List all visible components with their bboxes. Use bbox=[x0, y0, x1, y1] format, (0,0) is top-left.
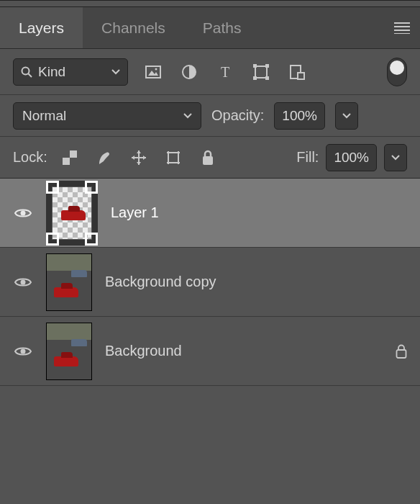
tab-layers[interactable]: Layers bbox=[0, 7, 83, 48]
svg-point-29 bbox=[21, 348, 26, 354]
svg-point-28 bbox=[21, 279, 26, 284]
svg-rect-26 bbox=[203, 156, 213, 165]
chevron-down-icon bbox=[342, 113, 351, 119]
lock-icon bbox=[396, 344, 407, 359]
search-icon bbox=[21, 66, 32, 78]
chevron-down-icon bbox=[111, 69, 120, 75]
layer-lock-indicator[interactable] bbox=[396, 344, 407, 359]
eye-icon bbox=[14, 346, 32, 357]
svg-rect-13 bbox=[265, 64, 269, 68]
svg-rect-15 bbox=[265, 76, 269, 80]
fill-label: Fill: bbox=[296, 149, 319, 166]
tab-channels[interactable]: Channels bbox=[83, 7, 184, 48]
layer-name[interactable]: Background bbox=[105, 343, 182, 359]
tab-paths[interactable]: Paths bbox=[184, 7, 260, 48]
layer-name[interactable]: Background copy bbox=[105, 274, 216, 290]
svg-rect-30 bbox=[397, 350, 406, 358]
visibility-toggle[interactable] bbox=[13, 276, 33, 288]
svg-text:T: T bbox=[221, 65, 229, 79]
opacity-input[interactable]: 100% bbox=[274, 102, 325, 130]
layer-row[interactable]: Layer 1 bbox=[0, 179, 420, 248]
visibility-toggle[interactable] bbox=[13, 207, 33, 219]
chevron-down-icon bbox=[391, 155, 400, 161]
panel-tabs: Layers Channels Paths bbox=[0, 7, 420, 49]
layer-thumbnail[interactable] bbox=[46, 323, 92, 380]
filter-kind-dropdown[interactable]: Kind bbox=[13, 58, 128, 86]
eye-icon bbox=[14, 276, 32, 288]
svg-point-8 bbox=[155, 68, 158, 70]
lock-artboard-icon[interactable] bbox=[164, 148, 183, 167]
filter-adjustment-icon[interactable] bbox=[180, 63, 198, 81]
filter-smartobject-icon[interactable] bbox=[288, 63, 306, 81]
svg-rect-0 bbox=[394, 22, 410, 24]
opacity-dropdown-button[interactable] bbox=[335, 102, 358, 130]
svg-line-5 bbox=[29, 73, 32, 77]
filter-pixel-icon[interactable] bbox=[144, 63, 163, 81]
lock-fill-bar: Lock: Fill: 100% bbox=[0, 137, 420, 179]
layer-name[interactable]: Layer 1 bbox=[111, 204, 159, 221]
svg-point-4 bbox=[22, 67, 29, 74]
visibility-toggle[interactable] bbox=[13, 346, 33, 357]
lock-image-icon[interactable] bbox=[95, 148, 114, 167]
svg-rect-20 bbox=[70, 158, 77, 165]
svg-rect-14 bbox=[253, 76, 257, 80]
filter-shape-icon[interactable] bbox=[252, 63, 270, 81]
lock-all-icon[interactable] bbox=[198, 148, 217, 167]
layer-thumbnail[interactable] bbox=[46, 253, 92, 311]
layer-row[interactable]: Background bbox=[0, 317, 420, 386]
lock-label: Lock: bbox=[13, 149, 47, 166]
chevron-down-icon bbox=[183, 113, 192, 119]
lock-position-icon[interactable] bbox=[129, 148, 148, 167]
svg-rect-1 bbox=[394, 26, 410, 27]
blend-mode-value: Normal bbox=[22, 108, 66, 124]
eye-icon bbox=[14, 207, 32, 219]
svg-rect-2 bbox=[394, 30, 410, 31]
filter-kind-label: Kind bbox=[38, 64, 65, 80]
layer-row[interactable]: Background copy bbox=[0, 248, 420, 317]
svg-rect-11 bbox=[255, 66, 267, 78]
panel-menu-button[interactable] bbox=[384, 7, 420, 48]
fill-input[interactable]: 100% bbox=[326, 144, 377, 171]
hamburger-icon bbox=[394, 22, 410, 34]
lock-transparency-icon[interactable] bbox=[60, 148, 79, 167]
svg-rect-12 bbox=[253, 64, 257, 68]
layer-filter-bar: Kind T bbox=[0, 49, 420, 95]
svg-rect-19 bbox=[63, 150, 70, 158]
filter-type-icon[interactable]: T bbox=[216, 63, 234, 81]
svg-rect-3 bbox=[394, 33, 410, 34]
toggle-knob bbox=[390, 60, 404, 75]
layer-thumbnail[interactable] bbox=[46, 181, 98, 246]
svg-rect-21 bbox=[168, 153, 178, 163]
svg-marker-7 bbox=[148, 71, 158, 76]
svg-rect-6 bbox=[146, 66, 160, 78]
layers-list: Layer 1 Background copy Background bbox=[0, 179, 420, 386]
opacity-label: Opacity: bbox=[211, 107, 264, 124]
svg-point-27 bbox=[21, 210, 26, 215]
blend-mode-dropdown[interactable]: Normal bbox=[13, 102, 201, 130]
svg-rect-17 bbox=[298, 73, 304, 79]
blend-opacity-bar: Normal Opacity: 100% bbox=[0, 95, 420, 137]
filter-toggle[interactable] bbox=[387, 58, 407, 86]
fill-dropdown-button[interactable] bbox=[384, 144, 407, 171]
